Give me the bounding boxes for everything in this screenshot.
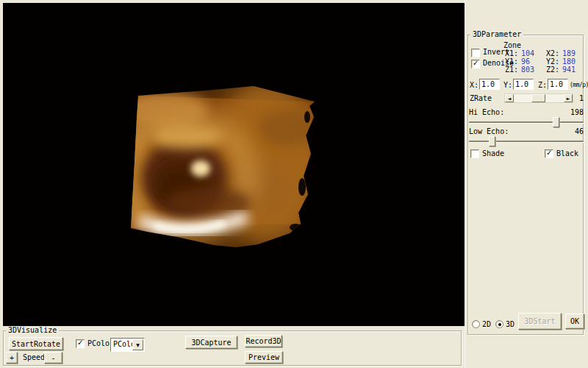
hi-echo-slider-thumb[interactable] [553,117,559,127]
check-icon: ✓ [546,149,553,157]
mode-2d-label: 2D [482,320,491,329]
scale-unit-label: (mm/p) [570,81,588,90]
x-scale-input[interactable] [479,79,500,90]
pcolor-checkbox[interactable]: ✓ [76,339,85,348]
black-checkbox[interactable]: ✓ [545,149,553,158]
shade-checkbox[interactable]: ✓ [470,149,479,158]
hi-echo-label: Hi Echo: [469,108,504,117]
check-icon: ✓ [77,339,84,347]
zone-z1-label: Z1: [505,66,518,74]
z-scale-label: Z: [538,81,547,90]
denoise-checkbox[interactable]: ✓ [471,60,480,68]
invert-checkbox[interactable]: ✓ [471,49,480,57]
scroll-right-icon: ► [567,96,570,101]
zrate-scroll-left-button[interactable]: ◄ [505,94,514,102]
y-scale-input[interactable] [513,79,534,90]
mode-2d-radio[interactable] [472,320,480,328]
zrate-scroll-thumb[interactable] [531,94,545,102]
y-scale-label: Y: [503,81,512,90]
check-icon: ✓ [473,60,479,67]
mode-3d-label: 3D [506,320,514,329]
low-echo-slider-thumb[interactable] [489,136,495,146]
radio-dot-icon [498,323,501,326]
3d-viewport[interactable] [3,3,465,326]
ultrasound-volume-render [3,3,465,326]
shade-label: Shade [482,149,504,158]
bottom-bar: 3DVisualize StartRotate + Speed - ✓ PCol… [0,326,465,368]
ok-button[interactable]: OK [565,314,584,329]
scroll-left-icon: ◄ [508,96,512,101]
zone-z2-label: Z2: [546,66,559,74]
zone-z2-value: 941 [562,66,576,74]
right-panel: 3DParameter ✓ Invert ✓ Denoise Zone X1: … [465,0,588,368]
low-echo-value: 46 [566,127,584,136]
zone-z1-value: 803 [521,66,534,74]
pcolor-dropdown-button[interactable]: ▼ [132,339,143,350]
x-scale-label: X: [470,81,478,90]
speed-minus-button[interactable]: - [44,352,62,364]
speed-plus-button[interactable]: + [6,352,18,364]
chevron-down-icon: ▼ [136,343,140,347]
zrate-value: 1 [579,94,584,103]
black-label: Black [556,149,578,158]
low-echo-slider-track[interactable] [469,141,584,142]
z-scale-input[interactable] [548,79,568,90]
zrate-label: ZRate [470,94,492,103]
record3d-button[interactable]: Record3D [245,335,282,347]
pcolor-dropdown[interactable]: PColor ▼ [110,338,145,352]
zrate-scrollbar[interactable]: ◄ ► [504,93,573,103]
low-echo-label: Low Echo: [469,127,509,136]
3dstart-button: 3DStart [518,313,562,330]
mode-3d-radio[interactable] [495,320,503,328]
speed-label: Speed [23,353,45,362]
preview-button[interactable]: Preview [245,351,283,364]
3dvisualize-group-title: 3DVisualize [6,326,59,335]
zrate-scroll-right-button[interactable]: ► [564,94,573,102]
hi-echo-slider-track[interactable] [469,121,584,123]
3dcapture-button[interactable]: 3DCapture [185,336,237,349]
3dparameter-group-title: 3DParameter [470,30,523,39]
app-window: 3DParameter ✓ Invert ✓ Denoise Zone X1: … [0,0,588,368]
hi-echo-value: 198 [566,108,584,117]
start-rotate-button[interactable]: StartRotate [9,337,63,350]
